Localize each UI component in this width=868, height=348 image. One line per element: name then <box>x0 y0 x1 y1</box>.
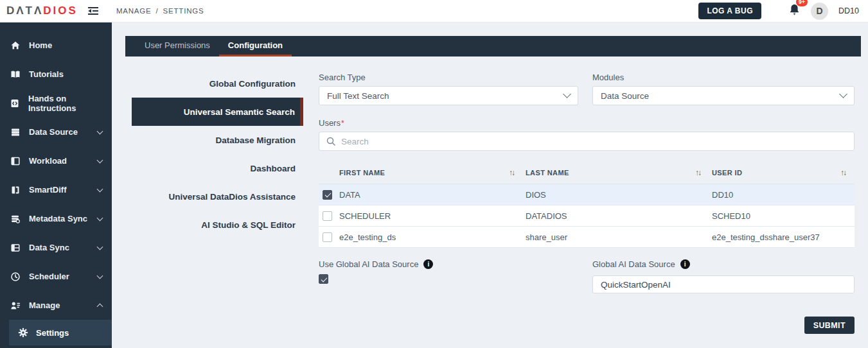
users-label: Users* <box>319 118 855 128</box>
sidebar-item-data-source[interactable]: Data Source <box>0 117 112 146</box>
avatar[interactable]: D <box>811 3 828 20</box>
chevron-down-icon <box>563 90 571 98</box>
sidebar-item-home[interactable]: Home <box>0 31 112 60</box>
sidebar-item-label: SmartDiff <box>29 185 67 195</box>
row-checkbox[interactable] <box>323 232 332 242</box>
log-a-bug-button[interactable]: LOG A BUG <box>698 3 761 19</box>
global-ai-ds-label: Global AI Data Source <box>592 259 675 269</box>
sidebar-item-smartdiff[interactable]: SmartDiff <box>0 175 112 204</box>
data-sync-icon <box>10 243 21 253</box>
cell-last-name: DIOS <box>523 190 709 200</box>
search-type-label: Search Type <box>319 73 578 82</box>
chevron-down-icon <box>97 243 103 250</box>
sidebar-item-label: Data Source <box>29 127 78 137</box>
table-row[interactable]: DATA DIOS DD10 <box>319 184 855 205</box>
info-icon[interactable] <box>680 259 690 269</box>
cell-first-name: SCHEDULER <box>337 211 523 221</box>
search-type-value: Full Text Search <box>327 91 389 101</box>
cell-user-id: DD10 <box>709 190 855 200</box>
breadcrumb-manage[interactable]: MANAGE <box>116 7 152 15</box>
notification-badge: 9+ <box>796 0 808 6</box>
cell-first-name: e2e_testing_ds <box>337 232 523 242</box>
sidebar-toggle-icon[interactable] <box>87 6 100 16</box>
username-label: DD10 <box>838 6 859 15</box>
subnav-database-migration[interactable]: Database Migration <box>132 126 303 154</box>
subnav-universal-semantic-search[interactable]: Universal Semantic Search <box>132 98 303 126</box>
sidebar-item-scheduler[interactable]: Scheduler <box>0 262 112 291</box>
app-window: DΛTΛDIOS MANAGE / SETTINGS LOG A BUG 9+ … <box>0 0 868 348</box>
cell-user-id: SCHED10 <box>709 211 855 221</box>
col-last-name: LAST NAME <box>526 169 569 177</box>
content-area: User Permissions Configuration Global Co… <box>112 22 868 348</box>
table-row[interactable]: SCHEDULER DATADIOS SCHED10 <box>319 205 855 227</box>
book-icon <box>10 69 21 80</box>
top-header: DΛTΛDIOS MANAGE / SETTINGS LOG A BUG 9+ … <box>0 0 868 22</box>
breadcrumb-separator: / <box>156 7 159 15</box>
tab-bar: User Permissions Configuration <box>125 36 861 57</box>
users-search-input[interactable] <box>341 137 847 146</box>
subnav-dashboard[interactable]: Dashboard <box>132 154 303 182</box>
breadcrumb: MANAGE / SETTINGS <box>116 7 204 15</box>
chevron-down-icon <box>839 90 847 98</box>
sort-icon[interactable]: ↑↓ <box>840 168 846 177</box>
table-row[interactable]: e2e_testing_ds share_user e2e_testing_ds… <box>319 227 855 248</box>
chevron-down-icon <box>97 157 103 163</box>
cell-user-id: e2e_testing_dsshare_user37 <box>709 232 855 242</box>
users-label-text: Users <box>319 118 341 128</box>
config-subnav: Global Configuration Universal Semantic … <box>112 69 303 334</box>
sidebar-item-metadata-sync[interactable]: Metadata Sync <box>0 204 112 233</box>
sort-icon[interactable]: ↑↓ <box>695 168 700 177</box>
modules-select[interactable]: Data Source <box>592 86 855 105</box>
users-search-box <box>319 132 855 151</box>
sidebar-item-manage[interactable]: Manage <box>0 291 112 320</box>
chevron-down-icon <box>97 186 103 192</box>
global-ai-ds-input[interactable] <box>592 275 855 293</box>
logo-text-secondary: DIOS <box>43 4 78 17</box>
row-checkbox[interactable] <box>323 190 332 200</box>
sidebar-item-data-sync[interactable]: Data Sync <box>0 233 112 262</box>
cell-first-name: DATA <box>337 190 523 200</box>
header-right: LOG A BUG 9+ D DD10 <box>698 3 859 20</box>
sidebar-item-label: Home <box>29 40 52 50</box>
chevron-down-icon <box>97 214 103 221</box>
search-type-select[interactable]: Full Text Search <box>319 86 578 105</box>
sidebar-item-tutorials[interactable]: Tutorials <box>0 60 112 89</box>
subnav-global-configuration[interactable]: Global Configuration <box>132 69 303 98</box>
required-asterisk: * <box>341 119 344 128</box>
sidebar-item-label: Hands on Instructions <box>28 94 102 113</box>
subnav-ai-studio-sql-editor[interactable]: AI Studio & SQL Editor <box>132 211 303 239</box>
workload-icon <box>10 156 21 166</box>
submit-button[interactable]: SUBMIT <box>804 317 855 334</box>
chevron-down-icon <box>97 128 103 134</box>
chevron-up-icon <box>97 304 103 310</box>
gear-icon <box>17 327 28 338</box>
logo-text-primary: DΛTΛ <box>6 4 43 17</box>
breadcrumb-settings[interactable]: SETTINGS <box>163 7 204 15</box>
sidebar-item-label: Data Sync <box>29 243 69 252</box>
notifications-button[interactable]: 9+ <box>788 3 801 19</box>
sidebar-item-label: Workload <box>29 156 67 166</box>
row-checkbox[interactable] <box>323 211 332 221</box>
subnav-universal-datadios-assistance[interactable]: Universal DataDios Assistance <box>132 182 303 211</box>
tab-configuration[interactable]: Configuration <box>219 36 292 57</box>
chevron-down-icon <box>97 272 103 279</box>
info-icon[interactable] <box>423 259 433 269</box>
sidebar-item-hands-on-instructions[interactable]: Hands on Instructions <box>0 89 112 117</box>
col-first-name: FIRST NAME <box>339 169 385 177</box>
home-icon <box>10 40 21 51</box>
sidebar-item-workload[interactable]: Workload <box>0 146 112 175</box>
sidebar-item-settings[interactable]: Settings <box>9 320 112 345</box>
sort-icon[interactable]: ↑↓ <box>509 168 514 177</box>
users-table-header: FIRST NAME ↑↓ LAST NAME ↑↓ USER ID ↑↓ <box>319 161 855 184</box>
sidebar-item-label: Metadata Sync <box>29 214 87 223</box>
sidebar-item-label: Settings <box>36 328 69 338</box>
modules-value: Data Source <box>601 91 649 101</box>
cell-last-name: DATADIOS <box>523 211 709 221</box>
clipboard-code-icon <box>10 98 20 109</box>
search-icon <box>326 136 336 146</box>
clock-icon <box>10 272 21 282</box>
tab-user-permissions[interactable]: User Permissions <box>136 36 219 57</box>
use-global-ai-checkbox[interactable] <box>319 274 328 284</box>
semantic-search-form: Search Type Full Text Search Modules Dat… <box>319 69 855 334</box>
users-table: FIRST NAME ↑↓ LAST NAME ↑↓ USER ID ↑↓ <box>319 161 855 248</box>
